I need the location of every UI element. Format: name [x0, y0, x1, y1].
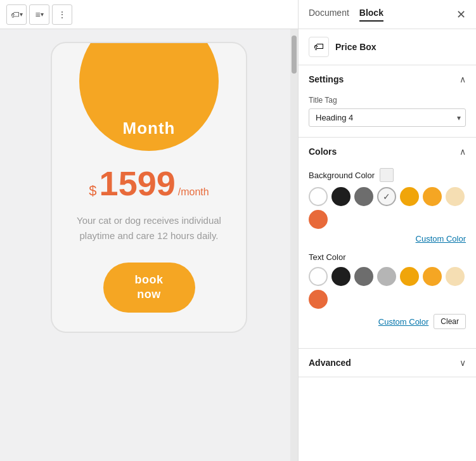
toolbar: 🏷 ▾ ≡ ▾ ⋮	[0, 0, 298, 29]
editor-area: 🏷 ▾ ≡ ▾ ⋮ Month $ 1599 /month Your cat o…	[0, 0, 298, 461]
align-icon: ≡	[35, 10, 40, 20]
colors-content: Background Color Custom Color	[299, 166, 476, 348]
price-description: Your cat or dog receives individual play…	[52, 213, 246, 243]
text-swatch-silver[interactable]	[377, 267, 396, 286]
advanced-chevron-icon: ∨	[460, 358, 466, 368]
bg-custom-color-link[interactable]: Custom Color	[416, 234, 466, 243]
bg-color-row: Background Color	[309, 168, 466, 182]
price-amount: 1599	[100, 166, 176, 200]
editor-canvas: Month $ 1599 /month Your cat or dog rece…	[0, 29, 298, 461]
text-swatch-gray[interactable]	[354, 267, 373, 286]
text-custom-color-row: Custom Color Clear	[309, 314, 466, 329]
advanced-title: Advanced	[309, 358, 351, 368]
bg-swatch-coral[interactable]	[309, 210, 328, 229]
colors-chevron-icon: ∧	[460, 146, 466, 157]
block-tools-button[interactable]: 🏷 ▾	[6, 4, 27, 25]
scrollbar-track[interactable]	[290, 29, 298, 461]
alignment-button[interactable]: ≡ ▾	[29, 4, 49, 25]
block-icon: 🏷	[309, 37, 329, 57]
bg-color-swatches	[309, 187, 466, 229]
settings-chevron-icon: ∧	[460, 74, 466, 84]
price-period: /month	[178, 186, 209, 198]
price-box-title: Month	[123, 119, 176, 138]
book-btn-line1: book	[135, 273, 164, 286]
block-label: Price Box	[335, 42, 376, 52]
colors-section: Colors ∧ Background Color	[299, 138, 476, 349]
close-icon: ✕	[456, 8, 466, 21]
text-swatch-coral[interactable]	[309, 290, 328, 309]
settings-header[interactable]: Settings ∧	[299, 65, 476, 93]
text-color-label: Text Color	[309, 252, 466, 262]
sidebar-header: Document Block ✕	[299, 0, 476, 29]
colors-header[interactable]: Colors ∧	[299, 138, 476, 166]
chevron-down-icon-2: ▾	[41, 11, 44, 18]
text-swatch-black[interactable]	[331, 267, 351, 286]
price-box-card: Month $ 1599 /month Your cat or dog rece…	[51, 42, 247, 333]
advanced-header[interactable]: Advanced ∨	[299, 349, 476, 377]
bg-swatch-orange[interactable]	[423, 187, 442, 206]
price-box-header: Month	[52, 43, 246, 151]
text-swatch-white[interactable]	[309, 267, 328, 286]
chevron-down-icon: ▾	[20, 11, 23, 18]
tab-block[interactable]: Block	[359, 8, 383, 22]
bg-color-preview	[380, 168, 394, 182]
title-tag-select-wrapper: Heading 1 Heading 2 Heading 3 Heading 4 …	[309, 108, 466, 127]
tag-icon: 🏷	[11, 10, 20, 20]
bg-swatch-black[interactable]	[331, 187, 351, 206]
sidebar-tabs: Document Block	[309, 8, 383, 22]
text-color-label-text: Text Color	[309, 252, 346, 262]
sidebar: Document Block ✕ 🏷 Price Box Settings ∧ …	[298, 0, 476, 461]
price-row: $ 1599 /month	[89, 166, 209, 200]
close-button[interactable]: ✕	[456, 8, 466, 22]
tab-document[interactable]: Document	[309, 8, 349, 22]
text-clear-button[interactable]: Clear	[434, 314, 466, 329]
bg-color-label: Background Color	[309, 171, 375, 180]
bg-swatch-lightgray[interactable]	[377, 187, 396, 206]
title-tag-label: Title Tag	[309, 96, 466, 105]
block-info: 🏷 Price Box	[299, 29, 476, 65]
background-color-subsection: Background Color Custom Color	[309, 168, 466, 243]
text-color-swatches	[309, 267, 466, 309]
bg-swatch-peach[interactable]	[446, 187, 465, 206]
text-custom-color-link[interactable]: Custom Color	[378, 317, 428, 327]
price-box-circle: Month	[79, 43, 219, 151]
bg-swatch-gray[interactable]	[354, 187, 373, 206]
text-swatch-orange[interactable]	[423, 267, 442, 286]
colors-title: Colors	[309, 146, 337, 157]
text-swatch-peach[interactable]	[446, 267, 465, 286]
ellipsis-icon: ⋮	[58, 10, 67, 20]
price-dollar: $	[89, 183, 96, 199]
book-btn-line2: now	[137, 288, 161, 301]
settings-content: Title Tag Heading 1 Heading 2 Heading 3 …	[299, 93, 476, 137]
bg-swatch-golden[interactable]	[400, 187, 419, 206]
book-button[interactable]: book now	[103, 263, 195, 313]
scrollbar-thumb[interactable]	[292, 36, 297, 74]
settings-title: Settings	[309, 74, 344, 84]
bg-custom-color-row: Custom Color	[309, 234, 466, 243]
bg-swatch-white[interactable]	[309, 187, 328, 206]
text-swatch-golden[interactable]	[400, 267, 419, 286]
advanced-section: Advanced ∨	[299, 349, 476, 377]
more-options-button[interactable]: ⋮	[52, 4, 72, 25]
title-tag-select[interactable]: Heading 1 Heading 2 Heading 3 Heading 4 …	[309, 108, 466, 127]
price-box-icon: 🏷	[314, 41, 324, 53]
settings-section: Settings ∧ Title Tag Heading 1 Heading 2…	[299, 65, 476, 138]
text-color-subsection: Text Color Custom Color Clear	[309, 252, 466, 329]
